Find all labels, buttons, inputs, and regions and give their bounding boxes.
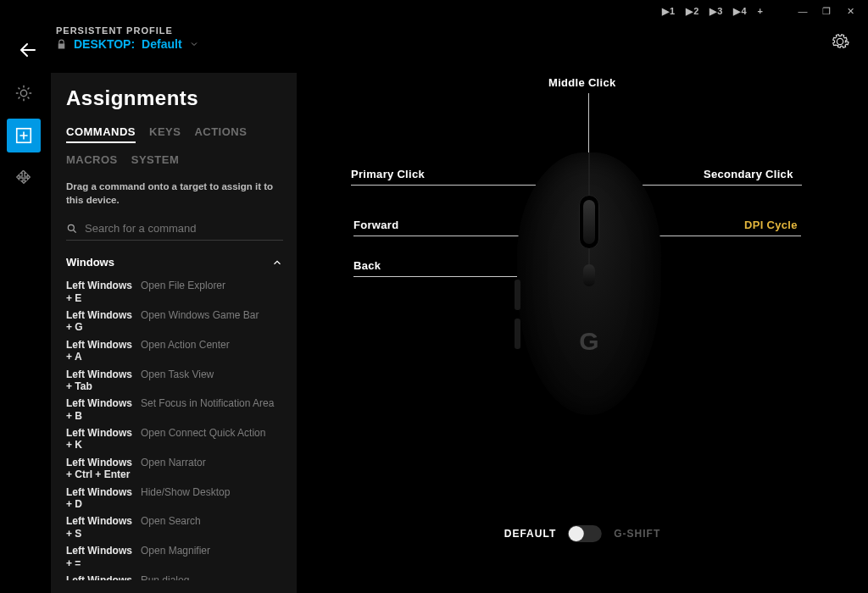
gear-icon [831, 32, 849, 51]
label-back[interactable]: Back [353, 259, 381, 272]
profile-indicator-1[interactable]: ▶1 [659, 4, 678, 19]
label-primary-click[interactable]: Primary Click [351, 168, 425, 180]
command-desc: Open Connect Quick Action [141, 427, 278, 452]
label-secondary-click[interactable]: Secondary Click [704, 168, 793, 180]
profile-prefix: DESKTOP: [74, 37, 135, 51]
add-profile-indicator[interactable]: + [755, 4, 766, 18]
profile-name: Default [142, 37, 181, 51]
command-shortcut: Left Windows + B [66, 397, 141, 422]
profile-indicator-3[interactable]: ▶3 [707, 4, 726, 19]
line-back [353, 276, 518, 277]
panel-tabs-row1: COMMANDS KEYS ACTIONS [66, 125, 283, 143]
arrow-left-icon [18, 40, 38, 60]
rail-assignments[interactable] [7, 119, 41, 152]
close-button[interactable]: ✕ [841, 2, 860, 20]
command-desc: Open Search [141, 515, 278, 540]
line-forward [353, 236, 523, 236]
label-middle-click[interactable]: Middle Click [548, 76, 615, 89]
command-desc: Set Focus in Notification Area [141, 397, 278, 422]
command-row[interactable]: Left Windows + AOpen Action Center [66, 336, 278, 366]
left-rail [0, 76, 47, 195]
command-shortcut: Left Windows + G [66, 309, 141, 334]
panel-title: Assignments [66, 86, 283, 110]
sun-icon [14, 84, 33, 103]
section-label: Windows [66, 256, 114, 269]
tab-macros[interactable]: MACROS [66, 153, 118, 166]
mouse-wheel [583, 200, 595, 244]
mode-default-label: DEFAULT [504, 528, 556, 540]
label-forward[interactable]: Forward [353, 219, 398, 231]
command-row[interactable]: Left Windows + GOpen Windows Game Bar [66, 307, 278, 336]
search-row [66, 219, 283, 241]
command-shortcut: Left Windows + D [66, 486, 141, 511]
command-row[interactable]: Left Windows + Ctrl + EnterOpen Narrator [66, 454, 278, 484]
command-row[interactable]: Left Windows + TabOpen Task View [66, 366, 278, 396]
command-row[interactable]: Left Windows + =Open Magnifier [66, 542, 278, 572]
command-shortcut: Left Windows + E [66, 280, 141, 304]
command-desc: Open Magnifier [141, 545, 278, 569]
profile-indicator-4[interactable]: ▶4 [731, 4, 749, 19]
lock-icon [56, 39, 67, 50]
command-desc: Run dialog [141, 574, 278, 580]
chevron-up-icon [271, 257, 283, 269]
profile-indicator-2[interactable]: ▶2 [683, 4, 702, 19]
line-secondary [636, 185, 802, 186]
maximize-button[interactable]: ❐ [817, 2, 836, 20]
search-icon [66, 223, 78, 235]
command-shortcut: Left Windows + A [66, 339, 141, 363]
command-row[interactable]: Left Windows + KOpen Connect Quick Actio… [66, 424, 278, 454]
mouse-side-forward [515, 280, 520, 310]
command-row[interactable]: Left Windows + SOpen Search [66, 513, 278, 542]
mouse-area: Middle Click Primary Click Secondary Cli… [297, 76, 868, 593]
tab-actions[interactable]: ACTIONS [194, 125, 247, 143]
command-row[interactable]: Left Windows + DHide/Show Desktop [66, 484, 278, 513]
command-desc: Open Narrator [141, 457, 278, 481]
tab-system[interactable]: SYSTEM [131, 153, 179, 166]
command-row[interactable]: Left Windows + EOpen File Explorer [66, 277, 278, 307]
command-shortcut: Left Windows + Ctrl + Enter [66, 457, 141, 481]
command-desc: Open Task View [141, 369, 278, 393]
gshift-switch[interactable] [568, 525, 602, 542]
label-dpi-cycle[interactable]: DPI Cycle [744, 219, 798, 231]
chevron-down-icon [189, 39, 199, 49]
command-shortcut: Left Windows + S [66, 515, 141, 540]
titlebar: ▶1 ▶2 ▶3 ▶4 + — ❐ ✕ [659, 0, 868, 22]
command-shortcut: Left Windows + = [66, 545, 141, 569]
command-list[interactable]: Left Windows + EOpen File ExplorerLeft W… [66, 277, 283, 580]
command-desc: Open File Explorer [141, 280, 278, 304]
panel-hint: Drag a command onto a target to assign i… [66, 180, 283, 207]
mode-gshift-label: G-SHIFT [614, 528, 660, 540]
command-shortcut: Left Windows + R [66, 574, 141, 580]
command-desc: Open Windows Game Bar [141, 309, 278, 334]
command-row[interactable]: Left Windows + BSet Focus in Notificatio… [66, 395, 278, 424]
mode-toggle: DEFAULT G-SHIFT [504, 525, 660, 542]
svg-point-0 [20, 90, 26, 96]
search-input[interactable] [85, 222, 283, 235]
line-primary [351, 185, 544, 186]
mouse-graphic: G [517, 152, 661, 415]
g-logo-icon: G [579, 327, 598, 356]
mouse-side-back [515, 319, 520, 349]
back-button[interactable] [15, 37, 41, 63]
settings-button[interactable] [831, 32, 849, 54]
header: PERSISTENT PROFILE DESKTOP: Default [15, 25, 860, 63]
svg-point-2 [68, 224, 74, 230]
move-icon [14, 169, 33, 187]
rail-lighting[interactable] [7, 76, 41, 110]
command-shortcut: Left Windows + Tab [66, 369, 141, 393]
panel-tabs-row2: MACROS SYSTEM [66, 153, 283, 166]
mouse-dpi-button [583, 264, 595, 286]
profile-selector[interactable]: DESKTOP: Default [56, 37, 199, 51]
plus-box-icon [14, 126, 33, 145]
tab-keys[interactable]: KEYS [149, 125, 181, 143]
assignments-panel: Assignments COMMANDS KEYS ACTIONS MACROS… [51, 73, 297, 593]
tab-commands[interactable]: COMMANDS [66, 125, 136, 143]
command-desc: Hide/Show Desktop [141, 486, 278, 511]
rail-sensitivity[interactable] [7, 161, 41, 195]
minimize-button[interactable]: — [793, 2, 812, 20]
section-windows[interactable]: Windows [66, 256, 283, 269]
command-row[interactable]: Left Windows + RRun dialog [66, 572, 278, 580]
switch-knob [569, 526, 584, 541]
persistent-profile-label: PERSISTENT PROFILE [56, 25, 199, 36]
command-shortcut: Left Windows + K [66, 427, 141, 452]
